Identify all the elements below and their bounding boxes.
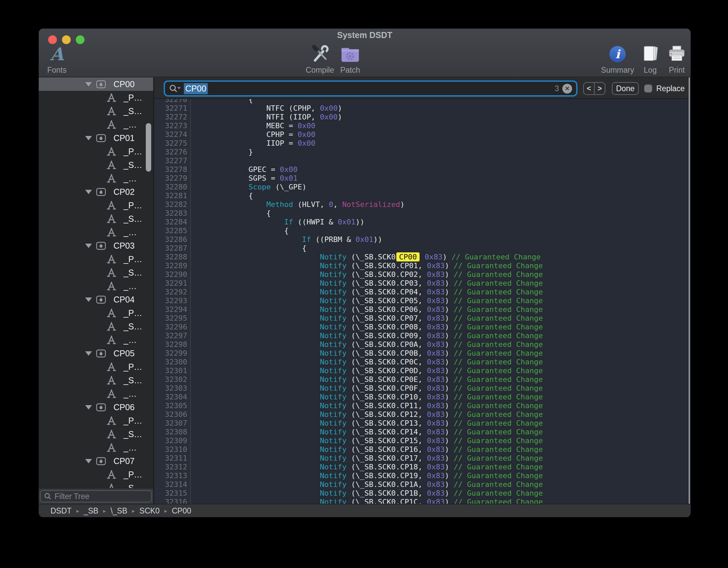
code-line[interactable]: 32296 Notify (\_SB.SCK0.CP08, 0x83) // G… bbox=[154, 323, 691, 331]
disclosure-triangle-icon[interactable] bbox=[85, 405, 92, 410]
code-line[interactable]: 32275 IIOP = 0x00 bbox=[154, 139, 691, 148]
code-line[interactable]: 32288 Notify (\_SB.SCK0CP00 0x83) // Gua… bbox=[154, 253, 691, 261]
search-menu-icon[interactable] bbox=[169, 84, 181, 93]
breadcrumb-item-DSDT[interactable]: DSDT bbox=[51, 506, 72, 516]
tree-node-CP06[interactable]: CP06 bbox=[39, 400, 153, 414]
tree-leaf[interactable]: _P… bbox=[39, 414, 153, 427]
tree-leaf[interactable]: _S… bbox=[39, 158, 153, 172]
search-input[interactable]: CP00 3 ✕ bbox=[164, 80, 577, 97]
code-line[interactable]: 32294 Notify (\_SB.SCK0.CP06, 0x83) // G… bbox=[154, 305, 691, 314]
code-line[interactable]: 32272 NTFI (IIOP, 0x00) bbox=[154, 113, 691, 121]
code-line[interactable]: 32307 Notify (\_SB.SCK0.CP13, 0x83) // G… bbox=[154, 419, 691, 428]
tree-leaf[interactable]: _P… bbox=[39, 306, 153, 320]
tree-leaf[interactable]: _P… bbox=[39, 468, 153, 481]
code-line[interactable]: 32306 Notify (\_SB.SCK0.CP12, 0x83) // G… bbox=[154, 410, 691, 419]
tree-leaf[interactable]: _S… bbox=[39, 266, 153, 279]
tree-leaf[interactable]: _P… bbox=[39, 360, 153, 374]
code-line[interactable]: 32270 { bbox=[154, 99, 691, 104]
replace-checkbox[interactable] bbox=[644, 84, 652, 93]
code-line[interactable]: 32313 Notify (\_SB.SCK0.CP19, 0x83) // G… bbox=[154, 471, 691, 480]
code-line[interactable]: 32273 MEBC = 0x00 bbox=[154, 121, 691, 130]
code-line[interactable]: 32302 Notify (\_SB.SCK0.CP0E, 0x83) // G… bbox=[154, 375, 691, 384]
find-previous-button[interactable]: < bbox=[584, 83, 595, 94]
code-line[interactable]: 32314 Notify (\_SB.SCK0.CP1A, 0x83) // G… bbox=[154, 480, 691, 489]
tree-node-CP07[interactable]: CP07 bbox=[39, 454, 153, 468]
code-line[interactable]: 32284 If ((HWPI & 0x01)) bbox=[154, 218, 691, 226]
code-line[interactable]: 32297 Notify (\_SB.SCK0.CP09, 0x83) // G… bbox=[154, 331, 691, 340]
code-line[interactable]: 32310 Notify (\_SB.SCK0.CP16, 0x83) // G… bbox=[154, 445, 691, 454]
disclosure-triangle-icon[interactable] bbox=[85, 136, 92, 140]
code-line[interactable]: 32309 Notify (\_SB.SCK0.CP15, 0x83) // G… bbox=[154, 436, 691, 445]
tree-leaf[interactable]: _… bbox=[39, 387, 153, 400]
tree-node-CP04[interactable]: CP04 bbox=[39, 293, 153, 306]
code-line[interactable]: 32287 { bbox=[154, 244, 691, 253]
tree-leaf[interactable]: _… bbox=[39, 279, 153, 293]
code-line[interactable]: 32276 } bbox=[154, 148, 691, 156]
tree-leaf[interactable]: _… bbox=[39, 225, 153, 239]
toolbar-patch-button[interactable]: Patch bbox=[323, 43, 377, 75]
tree-leaf[interactable]: _… bbox=[39, 172, 153, 185]
code-line[interactable]: 32286 If ((PRBM & 0x01)) bbox=[154, 235, 691, 244]
code-line[interactable]: 32280 Scope (\_GPE) bbox=[154, 183, 691, 191]
code-line[interactable]: 32311 Notify (\_SB.SCK0.CP17, 0x83) // G… bbox=[154, 454, 691, 463]
done-button[interactable]: Done bbox=[612, 82, 639, 95]
tree-leaf[interactable]: _S… bbox=[39, 374, 153, 387]
code-line[interactable]: 32282 Method (HLVT, 0, NotSerialized) bbox=[154, 200, 691, 209]
tree-leaf[interactable]: _P… bbox=[39, 91, 153, 104]
disclosure-triangle-icon[interactable] bbox=[85, 190, 92, 194]
tree-leaf[interactable]: _P… bbox=[39, 145, 153, 158]
code-line[interactable]: 32312 Notify (\_SB.SCK0.CP18, 0x83) // G… bbox=[154, 463, 691, 471]
code-line[interactable]: 32303 Notify (\_SB.SCK0.CP0F, 0x83) // G… bbox=[154, 384, 691, 393]
disclosure-triangle-icon[interactable] bbox=[85, 82, 92, 86]
tree-node-CP00[interactable]: CP00 bbox=[39, 77, 153, 91]
code-line[interactable]: 32274 CPHP = 0x00 bbox=[154, 130, 691, 139]
breadcrumb-item-CP00[interactable]: CP00 bbox=[172, 506, 191, 516]
disclosure-triangle-icon[interactable] bbox=[85, 459, 92, 463]
code-line[interactable]: 32277 bbox=[154, 156, 691, 165]
disclosure-triangle-icon[interactable] bbox=[85, 351, 92, 356]
code-line[interactable]: 32279 SGPS = 0x01 bbox=[154, 174, 691, 183]
breadcrumb-item-SCK0[interactable]: SCK0 bbox=[139, 506, 160, 516]
code-area[interactable]: 32270 {32271 NTFC (CPHP, 0x00)32272 NTFI… bbox=[154, 99, 691, 504]
tree-leaf[interactable]: _… bbox=[39, 441, 153, 454]
toolbar-print-button[interactable]: Print bbox=[650, 43, 691, 75]
tree-leaf[interactable]: _… bbox=[39, 118, 153, 131]
editor-scrollbar[interactable] bbox=[689, 77, 690, 504]
code-line[interactable]: 32289 Notify (\_SB.SCK0.CP01, 0x83) // G… bbox=[154, 261, 691, 270]
tree-leaf[interactable]: _S… bbox=[39, 481, 153, 488]
sidebar-scrollbar-thumb[interactable] bbox=[146, 123, 151, 172]
code-line[interactable]: 32281 { bbox=[154, 191, 691, 200]
tree-leaf[interactable]: _… bbox=[39, 333, 153, 347]
tree-leaf[interactable]: _S… bbox=[39, 427, 153, 441]
find-next-button[interactable]: > bbox=[595, 83, 605, 94]
disclosure-triangle-icon[interactable] bbox=[85, 297, 92, 302]
code-line[interactable]: 32315 Notify (\_SB.SCK0.CP1B, 0x83) // G… bbox=[154, 489, 691, 498]
code-line[interactable]: 32305 Notify (\_SB.SCK0.CP11, 0x83) // G… bbox=[154, 401, 691, 410]
tree-node-CP01[interactable]: CP01 bbox=[39, 131, 153, 145]
code-line[interactable]: 32293 Notify (\_SB.SCK0.CP05, 0x83) // G… bbox=[154, 296, 691, 305]
tree-leaf[interactable]: _S… bbox=[39, 104, 153, 118]
filter-tree-input[interactable]: Filter Tree bbox=[40, 490, 152, 502]
toolbar-fonts-button[interactable]: A Fonts bbox=[39, 43, 84, 75]
code-line[interactable]: 32291 Notify (\_SB.SCK0.CP03, 0x83) // G… bbox=[154, 279, 691, 288]
code-line[interactable]: 32278 GPEC = 0x00 bbox=[154, 165, 691, 174]
disclosure-triangle-icon[interactable] bbox=[85, 244, 92, 248]
code-line[interactable]: 32304 Notify (\_SB.SCK0.CP10, 0x83) // G… bbox=[154, 393, 691, 401]
code-line[interactable]: 32316 Notify (\_SB.SCK0.CP1C, 0x83) // G… bbox=[154, 498, 691, 504]
code-line[interactable]: 32271 NTFC (CPHP, 0x00) bbox=[154, 104, 691, 113]
tree-leaf[interactable]: _S… bbox=[39, 320, 153, 333]
breadcrumb-item-SB[interactable]: _SB bbox=[84, 506, 98, 516]
code-line[interactable]: 32295 Notify (\_SB.SCK0.CP07, 0x83) // G… bbox=[154, 314, 691, 323]
code-line[interactable]: 32298 Notify (\_SB.SCK0.CP0A, 0x83) // G… bbox=[154, 340, 691, 349]
code-line[interactable]: 32299 Notify (\_SB.SCK0.CP0B, 0x83) // G… bbox=[154, 349, 691, 358]
code-line[interactable]: 32285 { bbox=[154, 226, 691, 235]
code-line[interactable]: 32308 Notify (\_SB.SCK0.CP14, 0x83) // G… bbox=[154, 428, 691, 436]
code-line[interactable]: 32283 { bbox=[154, 209, 691, 218]
tree-leaf[interactable]: _P… bbox=[39, 252, 153, 266]
tree-leaf[interactable]: _P… bbox=[39, 199, 153, 212]
clear-search-button[interactable]: ✕ bbox=[562, 84, 572, 94]
tree-node-CP05[interactable]: CP05 bbox=[39, 347, 153, 360]
tree-node-CP02[interactable]: CP02 bbox=[39, 185, 153, 199]
tree-node-CP03[interactable]: CP03 bbox=[39, 239, 153, 252]
code-line[interactable]: 32292 Notify (\_SB.SCK0.CP04, 0x83) // G… bbox=[154, 288, 691, 296]
